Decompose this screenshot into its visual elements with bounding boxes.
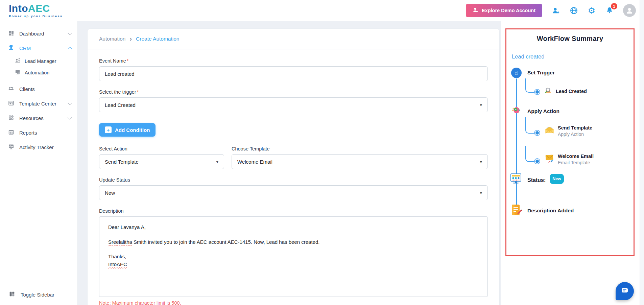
sidebar-item-resources[interactable]: Resources bbox=[0, 111, 77, 125]
required-asterisk: * bbox=[127, 58, 129, 64]
sidebar-item-label: Dashboard bbox=[19, 31, 44, 37]
breadcrumb: Automation › Create Automation bbox=[88, 29, 499, 49]
trigger-select[interactable]: Lead Created ▾ bbox=[99, 97, 488, 112]
sidebar: Dashboard CRM Lead Manager Automation Cl… bbox=[0, 21, 78, 305]
branch-connector bbox=[525, 146, 535, 162]
clients-icon bbox=[8, 86, 14, 93]
plus-icon: + bbox=[105, 126, 112, 133]
create-automation-panel: Automation › Create Automation Event Nam… bbox=[87, 28, 500, 305]
action-template-row: Select Action Send Template ▾ Choose Tem… bbox=[99, 146, 488, 169]
logo-text: IntoAEC bbox=[9, 3, 63, 14]
sidebar-item-label: Template Center bbox=[19, 101, 56, 107]
description-line: Thanks, bbox=[108, 253, 479, 261]
sidebar-item-clients[interactable]: Clients bbox=[0, 82, 77, 96]
breadcrumb-create-automation: Create Automation bbox=[136, 36, 179, 42]
demo-account-icon bbox=[473, 7, 478, 14]
misspelled-word: IntoAEC bbox=[108, 261, 127, 267]
set-trigger-label: Set Trigger bbox=[527, 70, 555, 76]
add-user-icon[interactable] bbox=[551, 6, 560, 15]
sidebar-item-reports[interactable]: Reports bbox=[0, 125, 77, 140]
gear-icon[interactable]: ⚙ bbox=[587, 6, 596, 15]
chevron-down-icon bbox=[68, 115, 72, 120]
sidebar-item-template-center[interactable]: Template Center bbox=[0, 96, 77, 111]
logo-tagline: Power up your Business bbox=[9, 15, 63, 18]
welcome-email-icon bbox=[544, 153, 555, 165]
description-line: Sreelalitha Smith invited you to join th… bbox=[108, 238, 479, 246]
send-template-subtitle: Apply Action bbox=[558, 132, 584, 137]
event-name-input[interactable] bbox=[99, 66, 488, 81]
globe-icon[interactable] bbox=[569, 6, 578, 15]
trigger-select-value: Lead Created bbox=[105, 102, 136, 108]
chevron-down-icon bbox=[68, 101, 72, 105]
welcome-email-subtitle: Email Template bbox=[558, 160, 590, 165]
sidebar-item-dashboard[interactable]: Dashboard bbox=[0, 26, 77, 41]
add-condition-button[interactable]: + Add Condition bbox=[99, 123, 156, 137]
toggle-sidebar-label: Toggle Sidebar bbox=[21, 292, 54, 298]
automation-form: Event Name* Select the trigger* Lead Cre… bbox=[88, 49, 499, 305]
add-condition-label: Add Condition bbox=[115, 127, 150, 133]
notification-count-badge: 1 bbox=[611, 3, 617, 9]
workflow-summary-card: WorkFlow Summary Lead created ☝ Set Trig… bbox=[505, 28, 635, 256]
workflow-summary-area: WorkFlow Summary Lead created ☝ Set Trig… bbox=[501, 21, 640, 305]
choose-template-select[interactable]: Welcome Email ▾ bbox=[232, 154, 488, 169]
header-actions: Explore Demo Account ⚙ 1 bbox=[466, 4, 636, 17]
resources-icon bbox=[8, 115, 14, 122]
trigger-label: Select the trigger* bbox=[99, 89, 488, 95]
select-action-label: Select Action bbox=[99, 146, 224, 151]
dropdown-caret-icon: ▾ bbox=[480, 190, 482, 195]
toggle-sidebar-button[interactable]: Toggle Sidebar bbox=[0, 285, 77, 305]
apply-action-icon bbox=[510, 105, 522, 117]
lead-manager-icon bbox=[15, 58, 21, 65]
automation-icon bbox=[15, 69, 21, 76]
chevron-up-icon bbox=[68, 47, 72, 51]
page-scrollbar[interactable] bbox=[640, 0, 644, 305]
user-avatar[interactable] bbox=[623, 4, 636, 17]
logo-aec-text: AEC bbox=[28, 3, 50, 14]
status-icon bbox=[509, 172, 522, 187]
set-trigger-icon: ☝ bbox=[511, 68, 522, 78]
chevron-down-icon bbox=[68, 31, 72, 35]
sidebar-item-crm[interactable]: CRM bbox=[0, 41, 77, 55]
timeline-connector-line bbox=[516, 78, 517, 208]
description-line: IntoAEC bbox=[108, 261, 479, 268]
sidebar-item-label: CRM bbox=[19, 45, 31, 51]
sidebar-item-activity-tracker[interactable]: Activity Tracker bbox=[0, 140, 77, 155]
select-action-field: Select Action Send Template ▾ bbox=[99, 146, 224, 169]
choose-template-label: Choose Template bbox=[232, 146, 488, 151]
sidebar-item-label: Activity Tracker bbox=[19, 144, 54, 150]
sidebar-item-automation[interactable]: Automation bbox=[0, 67, 77, 78]
breadcrumb-automation-link[interactable]: Automation bbox=[99, 36, 125, 42]
description-textarea[interactable]: Dear Lavanya A, Sreelalitha Smith invite… bbox=[99, 216, 488, 297]
dropdown-caret-icon: ▾ bbox=[216, 159, 218, 164]
intoaec-logo[interactable]: IntoAEC Power up your Business bbox=[9, 3, 63, 18]
branch-connector bbox=[525, 117, 535, 134]
update-status-value: New bbox=[105, 190, 115, 196]
apply-action-label: Apply Action bbox=[527, 108, 559, 114]
sidebar-item-label: Clients bbox=[19, 86, 35, 92]
update-status-label: Update Status bbox=[99, 177, 488, 183]
template-center-icon bbox=[8, 100, 14, 107]
lead-created-icon bbox=[544, 86, 553, 96]
select-action-value: Send Template bbox=[105, 159, 139, 165]
select-action-select[interactable]: Send Template ▾ bbox=[99, 154, 224, 169]
explore-demo-account-label: Explore Demo Account bbox=[482, 8, 535, 13]
chat-widget-button[interactable] bbox=[616, 282, 634, 300]
dashboard-icon bbox=[8, 30, 14, 37]
description-line: Dear Lavanya A, bbox=[108, 224, 479, 231]
status-new-badge: New bbox=[550, 174, 564, 184]
notifications-bell-icon[interactable]: 1 bbox=[605, 6, 614, 15]
description-added-icon bbox=[510, 204, 523, 218]
send-template-icon bbox=[544, 125, 555, 137]
app-root: IntoAEC Power up your Business Explore D… bbox=[0, 0, 644, 305]
event-name-label: Event Name* bbox=[99, 58, 488, 64]
required-asterisk: * bbox=[137, 89, 139, 95]
choose-template-field: Choose Template Welcome Email ▾ bbox=[232, 146, 488, 169]
update-status-select[interactable]: New ▾ bbox=[99, 185, 488, 200]
chat-icon bbox=[620, 286, 629, 296]
sidebar-item-lead-manager[interactable]: Lead Manager bbox=[0, 55, 77, 67]
explore-demo-account-button[interactable]: Explore Demo Account bbox=[466, 4, 542, 17]
workflow-summary-title: WorkFlow Summary bbox=[506, 29, 634, 48]
radio-node-icon bbox=[534, 158, 540, 164]
workflow-timeline: Lead created ☝ Set Trigger Lead Created … bbox=[506, 48, 634, 253]
set-trigger-item-label: Lead Created bbox=[556, 89, 587, 94]
